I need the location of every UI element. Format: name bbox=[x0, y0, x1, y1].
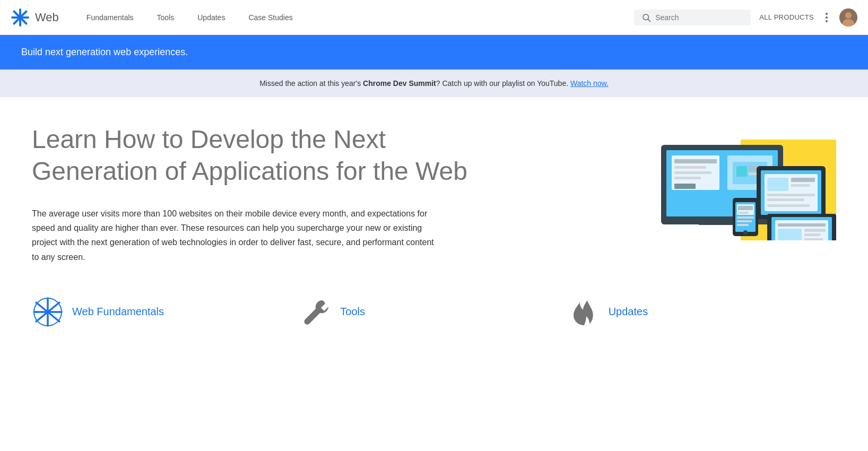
hero-left: Learn How to Develop the Next Generation… bbox=[32, 124, 509, 264]
updates-label: Updates bbox=[609, 306, 648, 318]
hero-description: The average user visits more than 100 we… bbox=[32, 206, 435, 264]
blue-banner-text: Build next generation web experiences. bbox=[21, 47, 188, 57]
announcement-banner: Missed the action at this year's Chrome … bbox=[0, 70, 868, 97]
hero-title: Learn How to Develop the Next Generation… bbox=[32, 124, 509, 187]
main-content: Learn How to Develop the Next Generation… bbox=[0, 97, 868, 370]
all-products-button[interactable]: ALL PRODUCTS bbox=[759, 13, 814, 21]
hero-illustration bbox=[645, 124, 836, 240]
logo-icon bbox=[11, 8, 30, 27]
nav-updates[interactable]: Updates bbox=[186, 0, 237, 35]
svg-rect-34 bbox=[738, 212, 749, 214]
hero-section: Learn How to Develop the Next Generation… bbox=[32, 124, 836, 264]
svg-rect-10 bbox=[674, 166, 706, 169]
bottom-section: Web Fundamentals Tools Updates bbox=[32, 296, 836, 339]
svg-rect-29 bbox=[767, 204, 810, 207]
updates-icon bbox=[568, 296, 600, 328]
svg-line-1 bbox=[648, 19, 650, 21]
search-icon bbox=[641, 13, 651, 22]
svg-rect-25 bbox=[791, 178, 815, 182]
svg-rect-19 bbox=[709, 216, 735, 221]
svg-rect-28 bbox=[767, 198, 804, 201]
more-dot-1 bbox=[826, 13, 828, 15]
search-container[interactable] bbox=[634, 10, 751, 25]
svg-rect-46 bbox=[804, 238, 823, 240]
svg-point-3 bbox=[845, 12, 852, 19]
svg-rect-45 bbox=[804, 233, 820, 236]
svg-rect-33 bbox=[738, 206, 753, 210]
bottom-updates[interactable]: Updates bbox=[568, 296, 836, 328]
search-input[interactable] bbox=[655, 13, 740, 22]
svg-rect-24 bbox=[767, 178, 788, 191]
svg-rect-26 bbox=[791, 184, 810, 187]
nav-fundamentals[interactable]: Fundamentals bbox=[75, 0, 145, 35]
nav-tools[interactable]: Tools bbox=[145, 0, 186, 35]
announcement-text: Missed the action at this year's Chrome … bbox=[259, 79, 609, 88]
more-options-button[interactable] bbox=[822, 10, 831, 25]
more-dot-2 bbox=[826, 16, 828, 19]
navbar: Web Fundamentals Tools Updates Case Stud… bbox=[0, 0, 868, 35]
web-fundamentals-label: Web Fundamentals bbox=[72, 306, 164, 318]
watch-now-link[interactable]: Watch now. bbox=[570, 79, 609, 88]
svg-rect-11 bbox=[674, 171, 711, 174]
announcement-bold: Chrome Dev Summit bbox=[363, 79, 436, 88]
announcement-prefix: Missed the action at this year's bbox=[259, 79, 363, 88]
nav-links: Fundamentals Tools Updates Case Studies bbox=[75, 0, 634, 35]
svg-rect-9 bbox=[674, 159, 717, 163]
user-avatar[interactable] bbox=[839, 8, 857, 27]
announcement-suffix: ? Catch up with our playlist on YouTube. bbox=[436, 79, 570, 88]
svg-rect-42 bbox=[778, 223, 826, 227]
tools-icon bbox=[300, 296, 332, 328]
brand-label: Web bbox=[35, 11, 59, 24]
bottom-web-fundamentals[interactable]: Web Fundamentals bbox=[32, 296, 300, 328]
svg-rect-16 bbox=[736, 166, 747, 177]
svg-rect-35 bbox=[737, 216, 754, 219]
svg-rect-27 bbox=[767, 194, 815, 196]
navbar-right: ALL PRODUCTS bbox=[634, 8, 857, 27]
web-fundamentals-icon bbox=[32, 296, 64, 328]
svg-rect-44 bbox=[804, 229, 826, 232]
tools-label: Tools bbox=[340, 306, 365, 318]
bottom-tools[interactable]: Tools bbox=[300, 296, 568, 328]
svg-rect-37 bbox=[737, 224, 749, 226]
nav-case-studies[interactable]: Case Studies bbox=[237, 0, 304, 35]
devices-illustration bbox=[645, 124, 836, 240]
svg-point-38 bbox=[743, 230, 748, 235]
svg-rect-36 bbox=[737, 220, 752, 222]
avatar-image bbox=[839, 8, 857, 27]
svg-rect-13 bbox=[674, 184, 696, 189]
blue-banner: Build next generation web experiences. bbox=[0, 35, 868, 70]
more-dot-3 bbox=[826, 20, 828, 22]
svg-rect-43 bbox=[778, 229, 802, 240]
navbar-logo[interactable]: Web bbox=[11, 8, 59, 27]
svg-rect-12 bbox=[674, 177, 701, 179]
